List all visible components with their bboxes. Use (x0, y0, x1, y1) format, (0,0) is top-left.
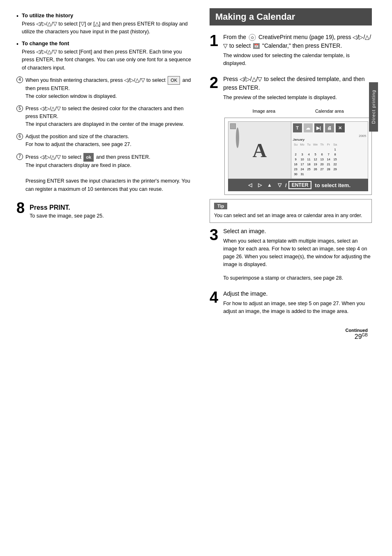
cal-cell: 11 (306, 157, 312, 162)
rc-step-1: 1 From the ✿ CreativePrint menu (page 19… (210, 33, 372, 67)
left-column: • To utilize the history Press ◁/▷/△/▽ t… (0, 0, 201, 556)
bullet-font-title: To change the font (22, 40, 193, 46)
circle-7: 7 (16, 153, 23, 160)
rc-step-4-num: 4 (210, 290, 218, 305)
rc-step-4-sub: For how to adjust an image, see step 5 o… (223, 300, 372, 315)
cal-cell: 26 (313, 167, 318, 172)
making-calendar-header: Making a Calendar (210, 8, 372, 25)
step1-from-the: From the (223, 34, 246, 40)
creativeprint-icon: ✿ (249, 34, 256, 41)
step-8-title: Press PRINT. (30, 204, 193, 211)
cal-cell: 7 (326, 152, 332, 157)
rc-step-2-num: 2 (210, 75, 218, 90)
cal-grid-row: 23242526272829 (293, 167, 366, 172)
cal-cell: 15 (332, 157, 338, 162)
tool-btn-1[interactable]: T (293, 123, 302, 132)
calendar-diagram: A T ☁ ▶| 🖨 ✕ 2005 January (224, 118, 372, 195)
side-tab: Direct printing (369, 82, 378, 132)
rc-step-2-content: Press ◁/▷/△/▽ to select the desired temp… (223, 75, 372, 102)
step-8: 8 Press PRINT. To save the image, see pa… (16, 201, 193, 219)
cal-cell: 22 (332, 162, 338, 167)
calendar-labels: Image area Calendar area (224, 109, 372, 114)
gb-label: GB (362, 333, 368, 337)
cal-cell: 21 (326, 162, 332, 167)
enter-box[interactable]: ENTER (288, 181, 312, 189)
cal-grid-row: 2345678 (293, 152, 366, 157)
cal-year: 2005 (293, 134, 366, 138)
circle-5: 5 (16, 105, 23, 112)
cal-cell (306, 172, 312, 177)
page-num-val: 29 (355, 333, 362, 340)
day-we: We (313, 142, 318, 147)
page-container: • To utilize the history Press ◁/▷/△/▽ t… (0, 0, 392, 556)
nav-label: to select item. (315, 182, 350, 188)
tool-btn-3[interactable]: ▶| (314, 123, 323, 132)
step-5-sub: The input characters are displayed in th… (25, 121, 184, 127)
letter-a: A (252, 139, 267, 162)
cal-cell: 4 (306, 152, 312, 157)
nav-slash: / (285, 182, 287, 188)
nav-left[interactable]: ◁ (246, 181, 254, 189)
cal-cell (300, 147, 305, 152)
step-4-text-c: The color selection window is displayed. (25, 93, 117, 99)
cal-cell: 14 (326, 157, 332, 162)
circled-step-6: 6 Adjust the position and size of the ch… (16, 133, 193, 149)
circled-step-5: 5 Press ◁/▷/△/▽ to select the desired co… (16, 105, 193, 129)
label-image-area: Image area (252, 109, 275, 114)
rc-step-3-main: Select an image. (223, 227, 372, 236)
step-7-text-b: and then press ENTER. (96, 154, 150, 160)
cal-cell (306, 147, 312, 152)
step-5-main: Press ◁/▷/△/▽ to select the desired colo… (25, 106, 184, 119)
rc-step-3-content: Select an image. When you select a templ… (223, 227, 372, 282)
day-fr: Fr (326, 142, 332, 147)
step-4-text: When you finish entering characters, pre… (25, 76, 193, 101)
tool-btn-2[interactable]: ☁ (304, 123, 313, 132)
cal-grid-row: 9101112131415 (293, 157, 366, 162)
calendar-small-icon: 📅 (253, 43, 260, 49)
cal-right-area: T ☁ ▶| 🖨 ✕ 2005 January Su Mo (291, 122, 368, 178)
step-6-text: Adjust the position and size of the char… (25, 133, 193, 149)
rc-step-2-sub: The preview of the selected template is … (223, 94, 372, 102)
cal-inner: A T ☁ ▶| 🖨 ✕ 2005 January (228, 121, 368, 179)
nav-up[interactable]: ▲ (265, 181, 274, 189)
cal-cell: 27 (319, 167, 325, 172)
cal-cell: 24 (300, 167, 305, 172)
step-8-content: Press PRINT. To save the image, see page… (30, 201, 193, 219)
circled-step-7: 7 Press ◁/▷/△/▽ to select ok and then pr… (16, 153, 193, 194)
continued-label: Continued (210, 328, 368, 333)
nav-bar: ◁ ▷ ▲ ▽ / ENTER to select item. (228, 179, 368, 191)
tool-btn-4[interactable]: 🖨 (325, 123, 334, 132)
step-8-sub: To save the image, see page 25. (30, 213, 193, 219)
cal-cell: 31 (300, 172, 305, 177)
nav-down[interactable]: ▽ (275, 181, 284, 189)
rc-step-1-sub: The window used for selecting the calend… (223, 52, 372, 67)
ok-box-inline: OK (168, 76, 180, 85)
circled-step-4: 4 When you finish entering characters, p… (16, 76, 193, 101)
tool-btn-x[interactable]: ✕ (336, 123, 345, 132)
cal-image-area: A (228, 122, 291, 178)
cal-cell: 17 (300, 162, 305, 167)
rc-step-4-main: Adjust the image. (223, 290, 372, 298)
circle-4: 4 (16, 76, 23, 83)
nav-right[interactable]: ▷ (256, 181, 264, 189)
grid-icon (230, 123, 236, 129)
step-7-text: Press ◁/▷/△/▽ to select ok and then pres… (25, 153, 193, 194)
day-tu: Tu (306, 142, 312, 147)
bullet-history-title: To utilize the history (22, 12, 193, 19)
cal-cell: 13 (319, 157, 325, 162)
bullet-dot-1: • (16, 13, 18, 19)
bullet-dot-2: • (16, 41, 18, 47)
day-sa: Sa (332, 142, 338, 147)
bullet-history: • To utilize the history Press ◁/▷/△/▽ t… (16, 12, 193, 36)
step-4-text-a: When you finish entering characters, pre… (25, 77, 166, 83)
cal-cell: 2 (293, 152, 299, 157)
cal-rows: 1234567891011121314151617181920212223242… (293, 147, 366, 177)
tip-box: Tip You can select and set an image area… (210, 199, 372, 223)
step-6-main: Adjust the position and size of the char… (25, 134, 129, 139)
cal-cell: 19 (313, 162, 318, 167)
rc-step-4: 4 Adjust the image. For how to adjust an… (210, 290, 372, 315)
step-7-sub2: Pressing ENTER saves the input character… (25, 178, 190, 192)
cal-cell (332, 172, 338, 177)
cal-cell: 6 (319, 152, 325, 157)
bullet-font: • To change the font Press ◁/▷/△/▽ to se… (16, 40, 193, 72)
